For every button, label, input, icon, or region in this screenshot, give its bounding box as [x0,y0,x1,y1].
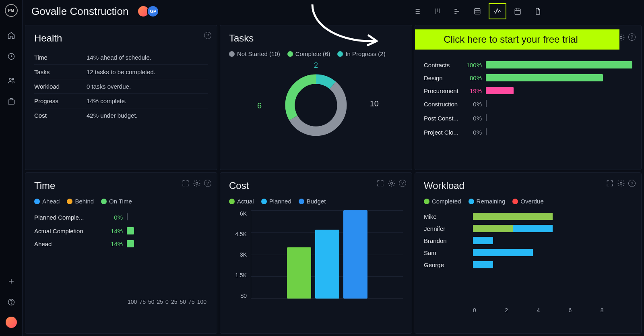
legend-label: Actual [237,198,254,205]
dashboard-grid: Health ? Time 14% ahead of schedule. Tas… [23,23,644,336]
legend-item[interactable]: Completed [424,198,461,205]
view-board-icon[interactable] [428,3,446,19]
workload-legend: Completed Remaining Overdue [424,198,632,205]
legend-item[interactable]: Planned [261,198,291,205]
legend-dot [337,51,343,57]
workload-row-bar [473,225,632,232]
tasks-card: Tasks Not Started (10) Complete (6) In P… [220,25,412,170]
main-area: Govalle Construction GP Health ? [23,0,644,336]
tasks-donut-chart: 2 6 10 [229,63,403,147]
workload-row: Mike [424,210,632,222]
legend-label: Complete (6) [295,50,330,57]
legend-dot [229,51,235,57]
nav-portfolio-icon[interactable] [3,93,19,110]
workload-help-icon[interactable]: ? [628,180,636,187]
svg-point-12 [196,183,198,185]
legend-dot [229,199,235,204]
progress-help-icon[interactable]: ? [628,33,636,41]
cost-expand-icon[interactable] [376,179,384,187]
workload-card-title: Workload [424,180,632,191]
legend-item[interactable]: Complete (6) [287,50,330,57]
health-card-title: Health [34,33,208,44]
time-help-icon[interactable]: ? [204,180,211,187]
axis-tick: 75 [188,299,195,305]
cost-bar-planned [315,230,339,299]
nav-team-icon[interactable] [3,73,19,89]
app-logo[interactable]: PM [5,4,18,17]
legend-label: In Progress (2) [345,50,385,57]
tasks-count-inprogress: 2 [314,61,318,70]
health-row-label: Tasks [34,68,87,75]
cta-banner[interactable]: Click here to start your free trial [415,29,619,50]
nav-add-icon[interactable] [3,273,19,289]
progress-row-pct: 19% [464,87,486,94]
legend-label: Remaining [477,198,506,205]
cost-bar-chart: 6K4.5K3K1.5K$0 [229,210,403,311]
svg-point-14 [620,183,622,185]
health-row-value: 14% ahead of schedule. [87,54,151,61]
axis-tick: 6 [569,307,601,313]
legend-label: Not Started (10) [237,50,280,57]
svg-rect-6 [475,8,480,14]
workload-segment [473,237,493,244]
legend-item[interactable]: Not Started (10) [229,50,280,57]
time-expand-icon[interactable] [182,179,190,187]
workload-settings-icon[interactable] [617,179,625,187]
svg-point-11 [620,37,622,39]
legend-item[interactable]: Ahead [34,198,60,205]
legend-item[interactable]: Budget [299,198,326,205]
legend-item[interactable]: Actual [229,198,254,205]
axis-tick: 2 [505,307,537,313]
nav-help-icon[interactable] [3,294,19,310]
view-calendar-icon[interactable] [509,3,526,19]
cost-settings-icon[interactable] [388,179,396,187]
workload-row: George [424,259,632,271]
view-dashboard-icon[interactable] [489,3,506,19]
workload-segment [473,261,493,268]
cost-help-icon[interactable]: ? [399,180,406,187]
progress-row: Design 80% [424,71,632,84]
time-row-pct: 0% [107,214,127,221]
legend-item[interactable]: In Progress (2) [337,50,385,57]
project-avatars[interactable]: GP [137,5,159,17]
health-row-label: Workload [34,83,87,90]
axis-tick: 100 [197,299,206,305]
workload-expand-icon[interactable] [606,179,614,187]
user-avatar[interactable] [6,317,17,328]
legend-item[interactable]: Behind [67,198,94,205]
axis-tick: 1.5K [235,272,247,278]
health-row: Workload 0 tasks overdue. [34,79,208,94]
view-sheet-icon[interactable] [469,3,486,19]
progress-row-bar [486,74,632,81]
workload-row: Jennifer [424,222,632,234]
workload-row-bar [473,213,632,220]
view-list-icon[interactable] [408,3,426,19]
nav-recent-icon[interactable] [3,48,19,64]
time-settings-icon[interactable] [193,179,201,187]
view-files-icon[interactable] [529,3,547,19]
progress-row: Procurement 19% [424,84,632,97]
legend-label: Planned [269,198,291,205]
legend-dot [469,199,474,204]
cost-legend: Actual Planned Budget [229,198,403,205]
progress-row: Construction 0% [424,97,632,111]
left-nav-rail: PM [0,0,23,336]
workload-segment [473,225,513,232]
time-row-bar [127,213,208,222]
axis-tick: 0 [165,299,169,305]
view-gantt-icon[interactable] [448,3,466,19]
legend-item[interactable]: On Time [101,198,132,205]
time-card: Time ? Ahead Behind On Time Planned Comp… [25,172,217,334]
progress-row: Post Const... 0% [424,111,632,125]
legend-item[interactable]: Overdue [512,198,544,205]
time-row-label: Actual Completion [34,228,107,234]
legend-item[interactable]: Remaining [469,198,506,205]
axis-tick: 6K [240,210,247,217]
workload-card: Workload ? Completed Remaining Overdue M… [415,172,642,334]
health-help-icon[interactable]: ? [204,32,211,39]
workload-segment [473,249,533,256]
nav-home-icon[interactable] [3,27,19,44]
workload-row-bar [473,237,632,244]
legend-label: Budget [307,198,326,205]
progress-row-pct: 100% [464,62,486,68]
